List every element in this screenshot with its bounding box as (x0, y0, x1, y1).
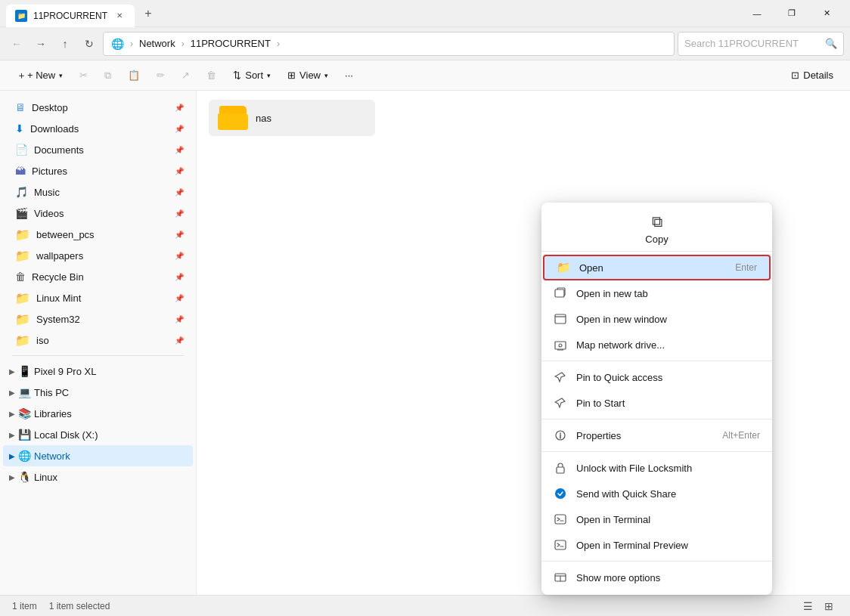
ctx-pinquick-icon (554, 370, 567, 384)
search-box[interactable]: Search 11PROCURRENT 🔍 (678, 32, 844, 56)
ctx-open-icon: 📁 (557, 261, 570, 274)
ctx-terminal[interactable]: Open in Terminal (541, 506, 772, 532)
ctx-open[interactable]: 📁 Open Enter (543, 255, 771, 280)
pin-icon-pictures: 📌 (175, 167, 184, 175)
minimize-button[interactable]: — (740, 2, 774, 26)
refresh-button[interactable]: ↻ (79, 33, 100, 54)
sidebar-item-pixel9[interactable]: ▶ 📱 Pixel 9 Pro XL (3, 361, 193, 382)
cut-button[interactable]: ✂ (72, 67, 95, 84)
sidebar-item-label-music: Music (34, 187, 60, 198)
close-button[interactable]: ✕ (809, 2, 844, 26)
delete-button[interactable]: 🗑 (199, 67, 224, 84)
sidebar-item-recycle[interactable]: 🗑 Recycle Bin 📌 (3, 266, 193, 287)
sidebar-item-between-pcs[interactable]: 📁 between_pcs 📌 (3, 224, 193, 245)
sidebar-item-thispc[interactable]: ▶ 💻 This PC (3, 382, 193, 403)
delete-icon: 🗑 (206, 70, 216, 81)
desktop-icon: 🖥 (15, 101, 26, 113)
address-bar[interactable]: 🌐 › Network › 11PROCURRENT › (103, 32, 675, 56)
sidebar-divider (12, 355, 184, 356)
sidebar-item-libraries[interactable]: ▶ 📚 Libraries (3, 403, 193, 424)
sidebar-item-linux[interactable]: ▶ 🐧 Linux (3, 466, 193, 488)
sidebar-item-label-between: between_pcs (36, 229, 95, 240)
context-menu-copy-section: ⧉ Copy (541, 207, 772, 248)
ctx-open-new-tab[interactable]: Open in new tab (541, 280, 772, 306)
view-label: View (299, 70, 321, 81)
new-icon: ＋ (17, 69, 26, 82)
more-button[interactable]: ··· (337, 67, 361, 84)
folder-nas[interactable]: nas (209, 100, 375, 136)
chevron-network: ▶ (9, 452, 15, 460)
grid-view-button[interactable]: ⊞ (820, 598, 838, 614)
paste-icon: 📋 (128, 70, 140, 81)
sort-chevron: ▾ (267, 72, 271, 79)
tab-close-button[interactable]: ✕ (113, 10, 126, 22)
sidebar-item-music[interactable]: 🎵 Music 📌 (3, 181, 193, 203)
new-button[interactable]: ＋ + New ▾ (9, 66, 70, 85)
globe-icon: 🌐 (111, 38, 124, 50)
sidebar-item-documents[interactable]: 📄 Documents 📌 (3, 139, 193, 160)
ctx-properties[interactable]: Properties Alt+Enter (541, 423, 772, 448)
ctx-newwindow-icon (554, 312, 567, 326)
paste-button[interactable]: 📋 (120, 67, 147, 84)
pin-icon-documents: 📌 (175, 146, 184, 154)
list-view-button[interactable]: ☰ (799, 598, 817, 614)
folder-icon-system32: 📁 (15, 312, 30, 327)
copy-cmd-button[interactable]: ⧉ (97, 67, 119, 85)
pin-icon-system32: 📌 (175, 315, 184, 323)
address-network: Network (139, 38, 175, 49)
maximize-button[interactable]: ❐ (774, 2, 809, 26)
sidebar: 🖥 Desktop 📌 ⬇ Downloads 📌 📄 Documents 📌 … (0, 91, 197, 595)
ctx-unlock[interactable]: Unlock with File Locksmith (541, 455, 772, 481)
cut-icon: ✂ (79, 70, 88, 81)
ctx-quickshare[interactable]: Send with Quick Share (541, 481, 772, 506)
titlebar: 📁 11PROCURRENT ✕ + — ❐ ✕ (0, 0, 850, 27)
back-button[interactable]: ← (6, 33, 27, 54)
ctx-unlock-label: Unlock with File Locksmith (576, 463, 760, 474)
ctx-pin-start[interactable]: Pin to Start (541, 390, 772, 416)
ctx-map-drive[interactable]: Map network drive... (541, 332, 772, 358)
sort-label: Sort (245, 70, 263, 81)
ctx-pin-quick[interactable]: Pin to Quick access (541, 364, 772, 390)
sort-button[interactable]: ⇅ Sort ▾ (225, 67, 278, 84)
ctx-terminal-preview[interactable]: Open in Terminal Preview (541, 532, 772, 558)
sidebar-item-localdisk[interactable]: ▶ 💾 Local Disk (X:) (3, 424, 193, 445)
forward-button[interactable]: → (30, 33, 51, 54)
chevron-localdisk: ▶ (9, 431, 15, 439)
tab-11procurrent[interactable]: 📁 11PROCURRENT ✕ (6, 5, 135, 27)
libs-icon: 📚 (18, 407, 31, 419)
view-button[interactable]: ⊞ View ▾ (280, 67, 336, 84)
ctx-moreopts-label: Show more options (576, 572, 760, 583)
share-button[interactable]: ↗ (174, 67, 197, 84)
up-button[interactable]: ↑ (54, 33, 76, 54)
tab-title: 11PROCURRENT (33, 11, 107, 21)
ctx-unlock-icon (554, 461, 567, 475)
rename-button[interactable]: ✏ (149, 67, 172, 84)
new-tab-button[interactable]: + (138, 3, 159, 24)
sidebar-item-wallpapers[interactable]: 📁 wallpapers 📌 (3, 245, 193, 266)
sidebar-item-system32[interactable]: 📁 System32 📌 (3, 308, 193, 330)
rename-icon: ✏ (157, 70, 165, 81)
sidebar-item-network[interactable]: ▶ 🌐 Network (3, 445, 193, 466)
sidebar-item-videos[interactable]: 🎬 Videos 📌 (3, 203, 193, 224)
sidebar-item-pictures[interactable]: 🏔 Pictures 📌 (3, 160, 193, 181)
pin-icon-linuxmint: 📌 (175, 294, 184, 302)
details-button[interactable]: ⊡ Details (783, 67, 841, 84)
svg-rect-2 (555, 342, 566, 349)
navigation-toolbar: ← → ↑ ↻ 🌐 › Network › 11PROCURRENT › Sea… (0, 27, 850, 60)
sidebar-item-desktop[interactable]: 🖥 Desktop 📌 (3, 97, 193, 118)
pin-icon-wallpapers: 📌 (175, 252, 184, 260)
svg-rect-1 (555, 314, 566, 323)
tab-folder-icon: 📁 (15, 10, 27, 22)
sidebar-item-downloads[interactable]: ⬇ Downloads 📌 (3, 118, 193, 139)
ctx-open-shortcut: Enter (735, 262, 757, 273)
sidebar-item-iso[interactable]: 📁 iso 📌 (3, 330, 193, 351)
new-label: + New (27, 70, 55, 81)
ctx-open-new-window[interactable]: Open in new window (541, 306, 772, 332)
ctx-newtab-icon (554, 286, 567, 300)
statusbar: 1 item 1 item selected ☰ ⊞ (0, 595, 850, 616)
pin-icon-videos: 📌 (175, 209, 184, 218)
sidebar-item-label-pictures: Pictures (32, 166, 67, 177)
sidebar-item-linuxmint[interactable]: 📁 Linux Mint 📌 (3, 287, 193, 308)
ctx-terminalprev-icon (554, 538, 567, 552)
ctx-more-options[interactable]: Show more options (541, 565, 772, 590)
